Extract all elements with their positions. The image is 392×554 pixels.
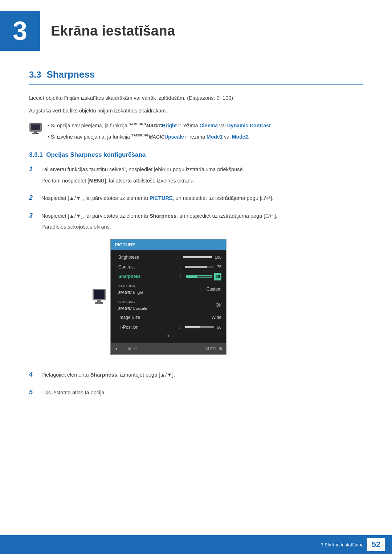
section-number: 3.3 (29, 70, 41, 80)
menu-item-name-contrast: Contrast (118, 263, 173, 271)
chapter-title: Ekrāna iestatīšana (51, 23, 175, 39)
page-footer: 3 Ekrāna iestatīšana 52 (0, 535, 392, 554)
page-header: 3 Ekrāna iestatīšana (0, 0, 392, 58)
menu-item-name-magic-bright: SAMSUNGMAGIC Bright (118, 283, 195, 296)
step-number-3: 3 (29, 212, 36, 219)
step-4-content: Pielāgojiet elementu Sharpness, izmantoj… (41, 370, 175, 382)
menu-item-sharpness: Sharpness : 60 (111, 272, 226, 282)
step-number-5: 5 (29, 389, 36, 396)
step-1-sub: Pēc tam nospiediet [MENU], lai atvērtu a… (41, 176, 244, 185)
intro-line1: Lieciet objektu līnijām izskatīties skai… (29, 94, 363, 103)
monitor-frame-icon (92, 288, 106, 306)
footer-page-number: 52 (367, 538, 385, 551)
menu-bottom-icons: ◄ — ⊞ ↵ (114, 345, 137, 352)
step-2-content: Nospiediet [▲/▼], lai pārvietotos uz ele… (41, 194, 274, 205)
note-box: • Šī opcija nav pieejama, ja funkcija SA… (29, 122, 363, 141)
menu-item-value-magic-upscale: Off (216, 301, 221, 309)
step-2: 2 Nospiediet [▲/▼], lai pārvietotos uz e… (29, 194, 363, 205)
note-icon (29, 122, 42, 135)
menu-item-value-magic-bright: Custom (207, 286, 221, 293)
step-1: 1 Lai atvērtu funkcijas taustiņu ceļvedi… (29, 165, 363, 187)
step-number-2: 2 (29, 194, 36, 202)
menu-item-name-h-position: H-Position (118, 324, 173, 331)
settings-icon: ⚙ (219, 345, 223, 353)
menu-bottom-bar: ◄ — ⊞ ↵ AUTO ⚙ (111, 343, 226, 354)
step-3: 3 Nospiediet [▲/▼], lai pārvietotos uz e… (29, 212, 363, 364)
menu-item-h-position: H-Position : 50 (111, 323, 226, 332)
menu-item-brightness: Brightness : 100 (111, 253, 226, 262)
menu-item-name-image-size: Image Size (118, 314, 200, 321)
menu-item-magic-upscale: SAMSUNGMAGIC Upscale : Off (111, 297, 226, 313)
section-heading: 3.3 Sharpness (29, 69, 363, 85)
menu-item-value-image-size: Wide (212, 314, 221, 321)
menu-item-name-magic-upscale: SAMSUNGMAGIC Upscale (118, 298, 204, 312)
chapter-number-box: 3 (0, 11, 40, 51)
menu-item-contrast: Contrast : 75 (111, 262, 226, 272)
step-1-content: Lai atvērtu funkcijas taustiņu ceļvedi, … (41, 165, 244, 187)
section-title: Sharpness (46, 69, 95, 80)
menu-bottom-right: AUTO ⚙ (205, 345, 223, 353)
step-5-main: Tiks iestatīta atlasītā opcija. (41, 388, 106, 397)
subsection-number: 3.3.1 (29, 151, 46, 158)
step-3-content: Nospiediet [▲/▼], lai pārvietotos uz ele… (41, 212, 277, 364)
menu-item-value-sharpness: 60 (186, 273, 221, 280)
note-content: • Šī opcija nav pieejama, ja funkcija SA… (48, 122, 272, 141)
footer-text: 3 Ekrāna iestatīšana (320, 542, 364, 547)
step-4: 4 Pielāgojiet elementu Sharpness, izmant… (29, 370, 363, 382)
menu-item-name-brightness: Brightness (118, 254, 171, 261)
menu-item-value-contrast: 75 (185, 263, 221, 270)
picture-menu: PICTURE Brightness : (110, 239, 226, 355)
icon-enter: ↵ (134, 345, 137, 352)
steps-list: 1 Lai atvērtu funkcijas taustiņu ceļvedi… (29, 165, 363, 399)
svg-rect-7 (95, 302, 103, 304)
icon-minus: — (121, 345, 125, 352)
menu-item-image-size: Image Size : Wide (111, 313, 226, 322)
auto-label: AUTO (205, 345, 216, 352)
main-content: 3.3 Sharpness Lieciet objektu līnijām iz… (0, 58, 392, 428)
menu-item-magic-bright: SAMSUNGMAGIC Bright : Custom (111, 282, 226, 297)
step-number-4: 4 (29, 371, 36, 378)
step-4-main: Pielāgojiet elementu Sharpness, izmantoj… (41, 370, 175, 379)
note-line-2: • Šī izvēlne nav pieejama, ja funkcija S… (48, 133, 272, 141)
subsection-heading: 3.3.1 Opcijas Sharpness konfigurēšana (29, 151, 363, 159)
icon-grid: ⊞ (128, 345, 131, 352)
step-5: 5 Tiks iestatīta atlasītā opcija. (29, 388, 363, 399)
step-3-main: Nospiediet [▲/▼], lai pārvietotos uz ele… (41, 212, 277, 221)
menu-title: PICTURE (111, 239, 226, 250)
icon-back: ◄ (114, 345, 118, 352)
step-2-main: Nospiediet [▲/▼], lai pārvietotos uz ele… (41, 194, 274, 203)
menu-item-value-h-position: 50 (185, 324, 221, 331)
menu-items-list: Brightness : 100 (111, 250, 226, 342)
menu-more-indicator: ▼ (111, 332, 226, 340)
note-line-1: • Šī opcija nav pieejama, ja funkcija SA… (48, 122, 272, 130)
svg-rect-6 (97, 300, 101, 302)
subsection-title: Opcijas Sharpness konfigurēšana (46, 151, 146, 158)
step-3-sub: Parādīsies sekojošais ekrāns. (41, 222, 277, 231)
screen-diagram-container: PICTURE Brightness : (41, 239, 277, 355)
menu-item-value-brightness: 100 (183, 254, 221, 261)
menu-item-name-sharpness: Sharpness (118, 273, 175, 280)
chapter-number: 3 (13, 16, 27, 46)
step-1-main: Lai atvērtu funkcijas taustiņu ceļvedi, … (41, 165, 244, 174)
step-5-content: Tiks iestatīta atlasītā opcija. (41, 388, 106, 399)
step-number-1: 1 (29, 165, 36, 173)
intro-line2: Augstāka vērtība liks objektu līnijām iz… (29, 106, 363, 115)
svg-rect-2 (32, 133, 39, 134)
svg-rect-5 (94, 290, 105, 299)
svg-rect-1 (34, 131, 37, 133)
svg-rect-3 (31, 124, 40, 130)
